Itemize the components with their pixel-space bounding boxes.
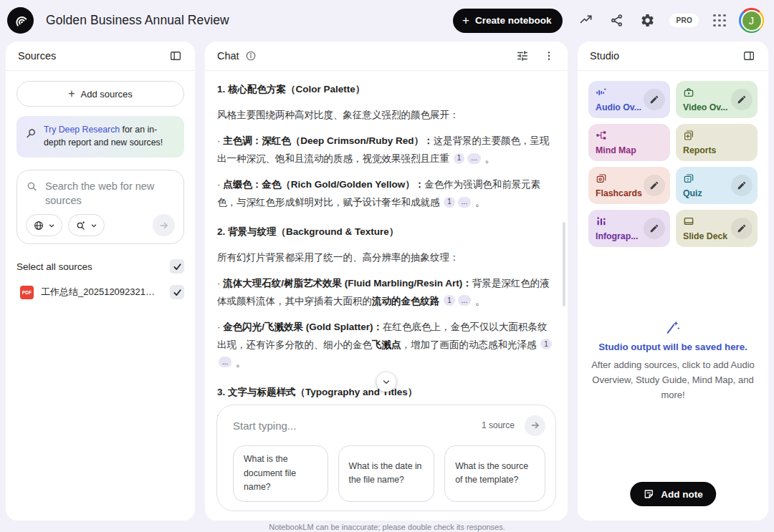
tile-label: Audio Ov... — [596, 102, 641, 112]
source-checkbox[interactable] — [170, 285, 184, 299]
studio-panel-toggle-icon[interactable] — [740, 47, 758, 65]
search-input[interactable]: Search the web for new sources — [45, 179, 175, 208]
disclaimer: NotebookLM can be inaccurate; please dou… — [0, 523, 774, 531]
studio-empty-state: Studio output will be saved here. After … — [578, 320, 768, 402]
source-count-label: 1 source — [482, 420, 515, 430]
edit-slide-deck-button[interactable] — [731, 218, 752, 239]
trending-icon[interactable] — [579, 14, 593, 28]
pro-badge: PRO — [669, 14, 699, 27]
quiz-icon: ? — [683, 173, 694, 184]
tile-label: Reports — [683, 145, 716, 155]
more-vert-icon[interactable] — [540, 47, 558, 64]
suggestion-chip[interactable]: What is the document file name? — [233, 445, 328, 502]
search-mode-dropdown[interactable] — [68, 214, 105, 236]
settings-gear-icon[interactable] — [640, 13, 655, 28]
reports-icon — [683, 130, 694, 141]
studio-tile-slide-deck[interactable]: Slide Deck — [676, 210, 758, 247]
edit-video-overview-button[interactable] — [731, 89, 752, 110]
mind-map-icon — [596, 130, 607, 141]
edit-quiz-button[interactable] — [731, 175, 752, 196]
deep-research-text: Try Deep Research for an in-depth report… — [44, 124, 176, 150]
scroll-to-bottom-button[interactable] — [377, 372, 396, 392]
chat-paragraph: · 流体大理石纹/树脂艺术效果 (Fluid Marbling/Resin Ar… — [217, 275, 555, 311]
web-source-dropdown[interactable] — [26, 214, 62, 236]
studio-panel: Studio Audio Ov... — [578, 42, 768, 521]
source-file-name: 工作总结_20251209232125.p... — [41, 286, 159, 299]
notebooklm-logo[interactable] — [7, 7, 34, 34]
studio-tile-audio-overview[interactable]: Audio Ov... — [588, 81, 670, 118]
chat-response-body: 1. 核心配色方案（Color Palette）风格主要围绕两种高对比度、象征意… — [205, 71, 568, 457]
select-all-checkbox[interactable] — [170, 259, 184, 274]
studio-tile-mind-map[interactable]: Mind Map — [588, 124, 670, 161]
plus-icon: + — [462, 14, 469, 26]
create-notebook-label: Create notebook — [475, 15, 552, 26]
deep-research-promo[interactable]: Try Deep Research for an in-depth report… — [16, 116, 184, 158]
plus-icon: + — [68, 87, 75, 100]
apps-grid-icon[interactable] — [713, 14, 726, 27]
suggestion-chip[interactable]: What is the source of the template? — [444, 445, 545, 502]
source-list-item[interactable]: PDF 工作总结_20251209232125.p... — [16, 285, 184, 299]
globe-icon — [33, 220, 44, 231]
chat-paragraph: · 点缀色：金色（Rich Gold/Golden Yellow）：金色作为强调… — [217, 176, 555, 212]
sources-panel: Sources + Add sources Try Deep Research … — [6, 42, 195, 521]
info-icon[interactable] — [245, 50, 257, 62]
chevron-down-icon — [48, 222, 55, 229]
chat-paragraph: 风格主要围绕两种高对比度、象征意义强烈的颜色展开： — [217, 107, 555, 125]
chat-paragraph: 所有幻灯片背景都采用了统一的、高分辨率的抽象纹理： — [217, 249, 555, 267]
citation-chip[interactable]: 1 — [454, 153, 465, 164]
add-note-button[interactable]: Add note — [630, 482, 716, 506]
suggestion-chip[interactable]: What is the date in the file name? — [338, 445, 435, 502]
studio-tile-infographic[interactable]: Infograp... — [588, 210, 670, 247]
flashcards-icon — [596, 173, 607, 184]
slide-deck-icon — [683, 216, 694, 227]
citation-chip[interactable]: ... — [458, 295, 471, 306]
chat-input[interactable]: Start typing... — [233, 420, 482, 432]
edit-audio-overview-button[interactable] — [644, 89, 665, 110]
infographic-icon — [596, 216, 607, 227]
studio-empty-description: After adding sources, click to add Audio… — [591, 357, 755, 402]
pencil-icon — [649, 95, 659, 105]
tile-label: Mind Map — [596, 145, 636, 155]
add-sources-label: Add sources — [81, 89, 133, 100]
search-icon — [26, 180, 38, 193]
studio-tile-video-overview[interactable]: Video Ov... — [676, 81, 758, 118]
deep-research-icon — [25, 127, 37, 140]
pencil-icon — [649, 180, 659, 190]
chevron-down-icon — [381, 377, 392, 387]
citation-chip[interactable]: ... — [467, 153, 480, 164]
avatar[interactable]: J — [739, 8, 764, 33]
create-notebook-button[interactable]: + Create notebook — [453, 9, 563, 33]
edit-flashcards-button[interactable] — [644, 175, 665, 196]
citation-chip[interactable]: 1 — [444, 197, 455, 208]
tune-icon[interactable] — [513, 47, 532, 65]
chat-send-button[interactable] — [525, 415, 545, 436]
studio-tile-flashcards[interactable]: Flashcards — [588, 167, 670, 204]
add-note-label: Add note — [661, 489, 703, 500]
studio-tile-reports[interactable]: Reports — [676, 124, 758, 161]
edit-infographic-button[interactable] — [644, 218, 665, 239]
chat-panel-title: Chat — [217, 50, 239, 62]
tile-label: Flashcards — [596, 188, 642, 198]
citation-chip[interactable]: 1 — [540, 339, 552, 349]
web-search-submit-button[interactable] — [153, 214, 175, 236]
note-icon — [643, 488, 654, 500]
pencil-icon — [737, 95, 747, 105]
chat-section-heading: 2. 背景与纹理（Background & Texture） — [217, 223, 555, 241]
deep-research-link[interactable]: Try Deep Research — [44, 125, 120, 135]
pencil-icon — [649, 223, 659, 233]
tile-label: Video Ov... — [683, 102, 727, 112]
citation-chip[interactable]: ... — [458, 197, 471, 208]
chat-paragraph: · 主色调：深红色（Deep Crimson/Ruby Red）：这是背景的主要… — [217, 132, 555, 168]
arrow-right-icon — [530, 420, 541, 431]
add-sources-button[interactable]: + Add sources — [16, 81, 184, 107]
studio-panel-title: Studio — [590, 50, 619, 62]
share-icon[interactable] — [610, 14, 624, 27]
chat-panel: Chat 1. 核心配色方案（Color Palette）风格主要围绕两种高对比… — [205, 42, 568, 521]
studio-tile-quiz[interactable]: ? Quiz — [676, 167, 758, 204]
notebook-title[interactable]: Golden Business Annual Review — [46, 13, 229, 28]
chat-scrollbar[interactable] — [563, 222, 565, 306]
citation-chip[interactable]: ... — [219, 357, 231, 367]
chevron-down-icon — [90, 222, 97, 229]
sources-panel-toggle-icon[interactable] — [166, 47, 185, 65]
citation-chip[interactable]: 1 — [444, 295, 455, 306]
